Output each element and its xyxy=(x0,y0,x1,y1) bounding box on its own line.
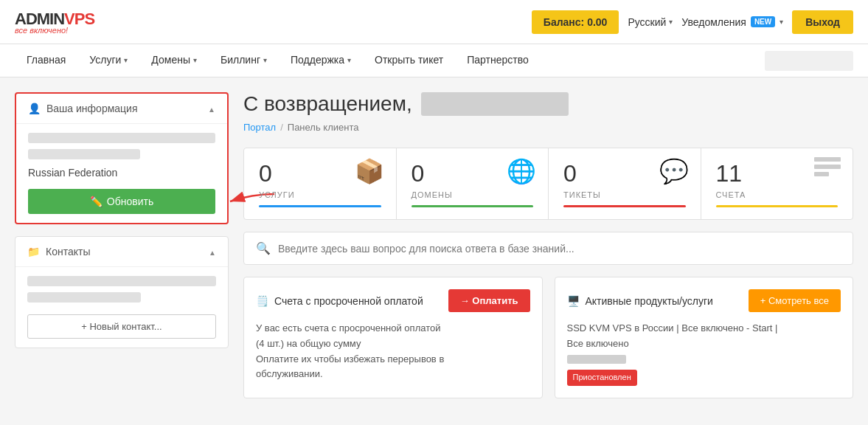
invoices-bar xyxy=(716,205,839,207)
nav-item-domains[interactable]: Домены ▾ xyxy=(139,44,209,77)
invoices-icon xyxy=(814,157,841,183)
nav-billing-label: Биллинг xyxy=(221,54,260,66)
invoices-label: СЧЕТА xyxy=(716,190,839,199)
services-chevron-icon: ▾ xyxy=(124,56,128,64)
overdue-card-title: 🗒️ Счета с просроченной оплатой xyxy=(256,295,423,307)
invoice-icon: 🗒️ xyxy=(256,295,268,307)
contacts-collapse-icon[interactable] xyxy=(209,246,216,258)
country-text: Russian Federation xyxy=(28,167,215,179)
nav-partnership-label: Партнерство xyxy=(467,54,529,66)
navigation: Главная Услуги ▾ Домены ▾ Биллинг ▾ Подд… xyxy=(0,44,868,77)
svg-rect-2 xyxy=(814,165,841,169)
sidebar: 👤 Ваша информация Russian Federation ✏️ … xyxy=(15,92,229,398)
welcome-heading: С возвращением, xyxy=(243,92,853,116)
lang-label: Русский xyxy=(628,16,666,28)
info-collapse-icon[interactable] xyxy=(208,103,215,114)
pencil-icon: ✏️ xyxy=(90,196,103,207)
user-info-card: 👤 Ваша информация Russian Federation ✏️ … xyxy=(15,92,229,224)
domains-label: ДОМЕНЫ xyxy=(412,190,534,199)
notifications-chevron-icon: ▾ xyxy=(780,18,783,26)
active-products-card: 🖥️ Активные продукты/услуги + Смотреть в… xyxy=(555,277,854,398)
breadcrumb-portal-link[interactable]: Портал xyxy=(243,122,276,133)
nav-search-input[interactable] xyxy=(765,51,853,71)
service-sub: Все включено xyxy=(567,336,841,352)
contact-placeholder-1 xyxy=(27,276,216,286)
services-bar xyxy=(259,205,381,207)
suspended-badge: Приостановлен xyxy=(567,370,637,386)
billing-chevron-icon: ▾ xyxy=(263,56,267,64)
products-icon: 🖥️ xyxy=(567,295,580,307)
support-chevron-icon: ▾ xyxy=(347,56,351,64)
nav-item-services[interactable]: Услуги ▾ xyxy=(77,44,139,77)
main-content: 👤 Ваша информация Russian Federation ✏️ … xyxy=(0,77,868,413)
service-account-blurred xyxy=(567,355,626,364)
services-label: УСЛУГИ xyxy=(259,190,381,199)
service-item: SSD KVM VPS в России | Все включено - St… xyxy=(567,321,841,386)
search-icon: 🔍 xyxy=(256,241,271,255)
logo: ADMINVPS все включено! xyxy=(15,10,94,35)
user-info-title: 👤 Ваша информация xyxy=(28,103,138,114)
stat-domains: 🌐 0 ДОМЕНЫ xyxy=(397,148,549,219)
nav-ticket-label: Открыть тикет xyxy=(375,54,443,66)
tickets-label: ТИКЕТЫ xyxy=(563,190,686,199)
new-badge: NEW xyxy=(751,16,775,27)
svg-rect-1 xyxy=(814,157,841,162)
content-area: С возвращением, Портал / Панель клиента … xyxy=(243,92,853,398)
svg-rect-3 xyxy=(814,172,829,176)
knowledge-search-bar: 🔍 xyxy=(243,232,853,265)
overdue-invoices-card: 🗒️ Счета с просроченной оплатой → Оплати… xyxy=(243,277,543,398)
nav-item-open-ticket[interactable]: Открыть тикет xyxy=(363,44,455,77)
contacts-header: 📁 Контакты xyxy=(15,237,228,267)
user-info-header: 👤 Ваша информация xyxy=(16,94,227,124)
products-card-title: 🖥️ Активные продукты/услуги xyxy=(567,295,713,307)
logo-vps-text: VPS xyxy=(64,10,94,28)
nav-domains-label: Домены xyxy=(151,54,190,66)
overdue-card-header: 🗒️ Счета с просроченной оплатой → Оплати… xyxy=(256,289,530,312)
nav-support-label: Поддержка xyxy=(291,54,344,66)
logo-admin-text: ADMIN xyxy=(15,10,64,28)
notifications-label: Уведомления xyxy=(681,16,746,28)
nav-item-partnership[interactable]: Партнерство xyxy=(455,44,541,77)
new-contact-button[interactable]: + Новый контакт... xyxy=(27,314,216,339)
update-btn-container: ✏️ Обновить xyxy=(28,189,215,214)
breadcrumb-current: Панель клиента xyxy=(288,122,359,133)
pay-button[interactable]: → Оплатить xyxy=(448,289,530,312)
stat-tickets: 💬 0 ТИКЕТЫ xyxy=(549,148,701,219)
nav-item-billing[interactable]: Биллинг ▾ xyxy=(209,44,279,77)
overdue-card-body: У вас есть счета с просроченной оплатой … xyxy=(256,321,530,382)
header-right: Баланс: 0.00 Русский ▾ Уведомления NEW ▾… xyxy=(532,10,853,34)
contacts-body: + Новый контакт... xyxy=(15,267,228,348)
user-info-body: Russian Federation ✏️ Обновить xyxy=(16,124,227,223)
contacts-card: 📁 Контакты + Новый контакт... xyxy=(15,236,229,348)
breadcrumb-separator: / xyxy=(280,122,283,133)
update-button[interactable]: ✏️ Обновить xyxy=(28,189,215,214)
contacts-title: 📁 Контакты xyxy=(27,246,90,258)
language-button[interactable]: Русский ▾ xyxy=(628,16,673,28)
lang-chevron-icon: ▾ xyxy=(669,18,673,26)
breadcrumb: Портал / Панель клиента xyxy=(243,122,853,133)
stat-services: 📦 0 УСЛУГИ xyxy=(244,148,397,219)
domains-bar xyxy=(412,205,534,207)
tickets-icon: 💬 xyxy=(659,157,689,185)
folder-icon: 📁 xyxy=(27,246,40,258)
header: ADMINVPS все включено! Баланс: 0.00 Русс… xyxy=(0,0,868,44)
notifications-button[interactable]: Уведомления NEW ▾ xyxy=(681,16,783,28)
tickets-bar xyxy=(563,205,686,207)
bottom-cards-row: 🗒️ Счета с просроченной оплатой → Оплати… xyxy=(243,277,853,398)
view-all-button[interactable]: + Смотреть все xyxy=(749,289,841,312)
logout-button[interactable]: Выход xyxy=(792,10,853,34)
knowledge-search-input[interactable] xyxy=(278,243,841,255)
stats-row: 📦 0 УСЛУГИ 🌐 0 ДОМЕНЫ 💬 0 ТИКЕТЫ xyxy=(243,148,853,220)
name-placeholder xyxy=(28,133,215,143)
detail-placeholder xyxy=(28,149,140,159)
welcome-name-blurred xyxy=(421,92,569,116)
stat-invoices: 11 СЧЕТА xyxy=(701,148,853,219)
domains-chevron-icon: ▾ xyxy=(193,56,197,64)
products-card-header: 🖥️ Активные продукты/услуги + Смотреть в… xyxy=(567,289,841,312)
nav-item-support[interactable]: Поддержка ▾ xyxy=(279,44,363,77)
nav-services-label: Услуги xyxy=(89,54,121,66)
domains-icon: 🌐 xyxy=(507,157,536,185)
balance-button[interactable]: Баланс: 0.00 xyxy=(532,10,619,34)
nav-item-home[interactable]: Главная xyxy=(15,44,77,77)
service-name: SSD KVM VPS в России | Все включено - St… xyxy=(567,321,841,336)
